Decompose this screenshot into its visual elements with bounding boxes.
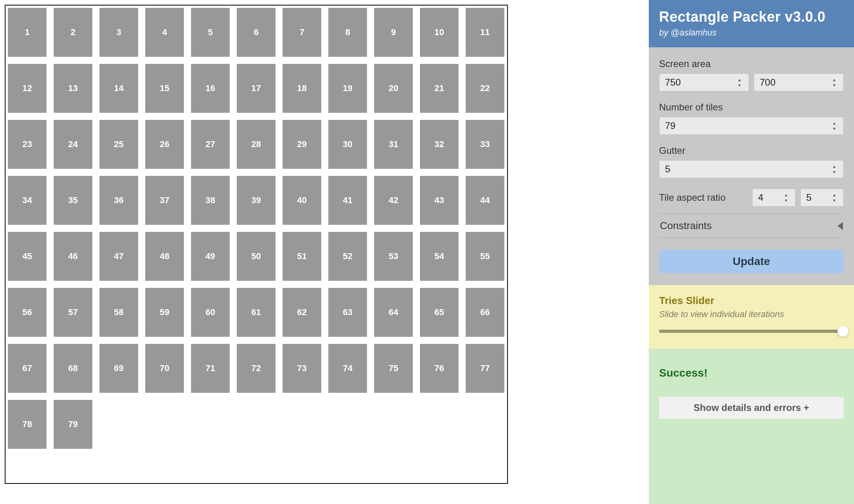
tile: 68 — [54, 344, 92, 393]
stepper-icon[interactable]: ▴▾ — [833, 192, 841, 203]
tile: 26 — [145, 120, 184, 169]
tile: 8 — [328, 8, 367, 57]
tile: 12 — [8, 64, 47, 113]
stepper-icon[interactable]: ▴▾ — [833, 163, 841, 175]
tries-slider-panel: Tries Slider Slide to view individual it… — [649, 285, 854, 349]
tile: 47 — [99, 232, 138, 281]
aspect-height-input[interactable]: 5 ▴▾ — [800, 189, 844, 207]
tile: 74 — [328, 344, 367, 393]
tile: 10 — [420, 8, 459, 57]
screen-width-value: 750 — [665, 77, 681, 88]
app-byline: by @aslamhus — [659, 28, 844, 38]
update-button[interactable]: Update — [659, 250, 844, 273]
tile: 16 — [191, 64, 230, 113]
show-details-button[interactable]: Show details and errors + — [659, 397, 844, 419]
tile: 18 — [283, 64, 321, 113]
screen-area-control: Screen area 750 ▴▾ 700 ▴▾ — [659, 58, 844, 91]
aspect-height-value: 5 — [806, 192, 811, 203]
tile: 22 — [466, 64, 504, 113]
stepper-icon[interactable]: ▴▾ — [833, 77, 841, 88]
tile: 1 — [8, 8, 47, 57]
app-title: Rectangle Packer v3.0.0 — [659, 9, 844, 25]
stage-wrapper: 1234567891011121314151617181920212223242… — [0, 0, 649, 504]
tile: 37 — [145, 176, 184, 225]
tile: 6 — [237, 8, 275, 57]
tile: 39 — [237, 176, 275, 225]
tile: 64 — [374, 288, 413, 337]
tries-slider[interactable] — [659, 330, 844, 333]
tile: 21 — [420, 64, 459, 113]
constraints-toggle[interactable]: Constraints — [659, 214, 844, 238]
tile: 69 — [99, 344, 138, 393]
tile: 50 — [237, 232, 275, 281]
tile: 77 — [466, 344, 504, 393]
tile: 3 — [99, 8, 138, 57]
aspect-ratio-control: Tile aspect ratio 4 ▴▾ 5 ▴▾ — [659, 189, 844, 207]
aspect-width-input[interactable]: 4 ▴▾ — [752, 189, 796, 207]
tile: 42 — [374, 176, 413, 225]
tile: 55 — [466, 232, 504, 281]
tile: 29 — [283, 120, 321, 169]
tile: 19 — [328, 64, 367, 113]
tile: 72 — [237, 344, 275, 393]
tile: 13 — [54, 64, 92, 113]
tile: 71 — [191, 344, 230, 393]
tile: 54 — [420, 232, 459, 281]
tile: 73 — [283, 344, 321, 393]
tile: 5 — [191, 8, 230, 57]
num-tiles-label: Number of tiles — [659, 102, 844, 113]
tile: 43 — [420, 176, 459, 225]
aspect-width-value: 4 — [758, 192, 763, 203]
tile: 60 — [191, 288, 230, 337]
stepper-icon[interactable]: ▴▾ — [738, 77, 746, 88]
tile: 56 — [8, 288, 47, 337]
tile: 4 — [145, 8, 184, 57]
screen-height-input[interactable]: 700 ▴▾ — [754, 73, 844, 91]
tile: 23 — [8, 120, 47, 169]
tile: 40 — [283, 176, 321, 225]
tile: 24 — [54, 120, 92, 169]
tile: 36 — [99, 176, 138, 225]
gutter-control: Gutter 5 ▴▾ — [659, 145, 844, 178]
controls-panel: Screen area 750 ▴▾ 700 ▴▾ Number of tile… — [649, 47, 854, 285]
tile: 46 — [54, 232, 92, 281]
stepper-icon[interactable]: ▴▾ — [785, 192, 793, 203]
tile: 35 — [54, 176, 92, 225]
tile: 7 — [283, 8, 321, 57]
result-panel: Success! Show details and errors + — [649, 349, 854, 504]
tile: 65 — [420, 288, 459, 337]
slider-thumb-icon[interactable] — [837, 326, 848, 337]
num-tiles-control: Number of tiles 79 ▴▾ — [659, 102, 844, 135]
tile: 27 — [191, 120, 230, 169]
tile: 32 — [420, 120, 459, 169]
tile: 52 — [328, 232, 367, 281]
tile: 17 — [237, 64, 275, 113]
tile: 49 — [191, 232, 230, 281]
stepper-icon[interactable]: ▴▾ — [833, 120, 841, 132]
triangle-left-icon — [837, 222, 843, 230]
tile: 62 — [283, 288, 321, 337]
tile: 11 — [466, 8, 504, 57]
gutter-input[interactable]: 5 ▴▾ — [659, 160, 844, 178]
tile: 51 — [283, 232, 321, 281]
tile: 2 — [54, 8, 92, 57]
tile: 15 — [145, 64, 184, 113]
tile: 76 — [420, 344, 459, 393]
tile: 70 — [145, 344, 184, 393]
tile: 57 — [54, 288, 92, 337]
num-tiles-input[interactable]: 79 ▴▾ — [659, 117, 844, 135]
tile: 25 — [99, 120, 138, 169]
tile: 78 — [8, 400, 47, 449]
packing-stage: 1234567891011121314151617181920212223242… — [5, 5, 508, 484]
tile: 45 — [8, 232, 47, 281]
tile: 38 — [191, 176, 230, 225]
tile: 33 — [466, 120, 504, 169]
aspect-ratio-label: Tile aspect ratio — [659, 192, 726, 203]
result-status: Success! — [659, 367, 844, 379]
tile: 48 — [145, 232, 184, 281]
gutter-value: 5 — [665, 164, 670, 175]
tile: 58 — [99, 288, 138, 337]
tile: 79 — [54, 400, 92, 449]
screen-area-label: Screen area — [659, 58, 844, 69]
screen-width-input[interactable]: 750 ▴▾ — [659, 73, 749, 91]
